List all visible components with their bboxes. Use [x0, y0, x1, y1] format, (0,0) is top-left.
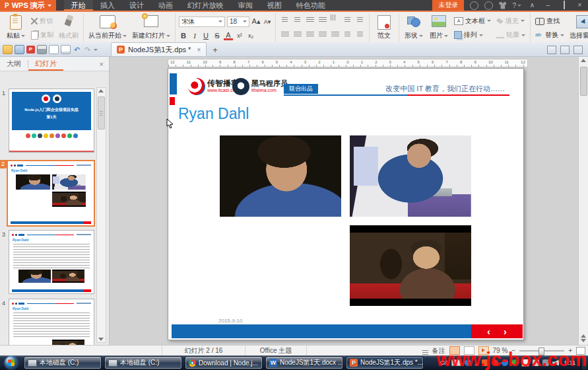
document-tab[interactable]: P NodeJS第1天.dps * ×	[111, 42, 207, 56]
shapes-button[interactable]: 形状	[403, 14, 425, 42]
columns-button[interactable]	[329, 16, 341, 26]
tab-review[interactable]: 审阅	[231, 0, 260, 11]
paste-button[interactable]: 粘贴	[5, 14, 27, 42]
help-button[interactable]: ?	[512, 2, 521, 9]
taskbar-chrome[interactable]: Download | Node.j...	[185, 356, 263, 369]
tab-animation[interactable]: 动画	[151, 0, 180, 11]
skin-icon[interactable]	[499, 2, 506, 9]
collapse-ribbon-button[interactable]: ∧	[527, 1, 537, 10]
taskbar-explorer-1[interactable]: 本地磁盘 (C:)	[24, 356, 102, 369]
print-preview-icon[interactable]	[49, 45, 59, 54]
scroll-up-icon[interactable]	[581, 59, 586, 62]
decrease-indent-button[interactable]	[304, 16, 315, 26]
slide-thumbnail-1[interactable]: Node.js入门和企业级项目实战 第1天	[9, 89, 94, 153]
text-direction-button[interactable]	[354, 16, 366, 26]
replace-button[interactable]: ab 替换	[534, 30, 566, 40]
play-from-current-button[interactable]: 从当前开始	[87, 14, 128, 42]
vertical-scrollbar[interactable]	[578, 57, 588, 345]
taskbar-wps-writer[interactable]: W NodeJS第1天.docx ...	[265, 356, 343, 369]
close-document-icon[interactable]: ×	[197, 46, 201, 54]
qat-dropdown-icon[interactable]	[94, 49, 98, 53]
export-pdf-icon[interactable]: P	[26, 46, 35, 54]
selection-pane-button[interactable]: 选择窗格	[568, 14, 588, 42]
sample-text-button[interactable]: 范文	[373, 14, 395, 42]
subscript-button[interactable]: x₂	[246, 32, 255, 39]
tab-slideshow[interactable]: 幻灯片放映	[180, 0, 231, 11]
line-spacing-button[interactable]	[342, 30, 353, 40]
new-document-icon[interactable]	[61, 45, 71, 54]
new-slide-button[interactable]: 新建幻灯片	[131, 14, 172, 42]
photo-ryan-dahl-interview[interactable]	[350, 225, 471, 306]
fill-button[interactable]: 填充	[495, 17, 527, 26]
strikethrough-button[interactable]: S	[212, 32, 222, 40]
slide-thumbnail-3[interactable]: Ryan Dahl	[9, 230, 94, 294]
new-document-tab-button[interactable]: +	[207, 44, 224, 56]
tab-list-icon[interactable]	[573, 46, 583, 54]
increase-indent-button[interactable]	[317, 16, 328, 26]
restore-button[interactable]	[559, 1, 569, 10]
align-right-button[interactable]	[304, 30, 315, 40]
tab-view[interactable]: 视图	[260, 0, 289, 11]
distribute-button[interactable]	[329, 30, 341, 40]
close-button[interactable]: ×	[575, 1, 585, 10]
tab-special-features[interactable]: 特色功能	[289, 0, 333, 11]
tab-outline-pane[interactable]: 大纲	[0, 57, 28, 71]
tab-design[interactable]: 设计	[122, 0, 151, 11]
previous-slide-icon[interactable]	[581, 334, 586, 338]
undo-icon[interactable]: ↶	[73, 46, 81, 54]
taskbar-wps-presentation[interactable]: P NodeJS第1天.dps *...	[346, 356, 424, 369]
taskbar-explorer-2[interactable]: 本地磁盘 (C:)	[104, 356, 182, 369]
traceless-mode-icon[interactable]	[547, 46, 556, 54]
feedback-icon[interactable]	[470, 1, 478, 10]
tab-slides-pane[interactable]: 幻灯片	[28, 57, 63, 71]
panel-close-icon[interactable]: ×	[94, 60, 109, 68]
font-name-combobox[interactable]: 宋体	[179, 17, 225, 27]
next-slide-icon[interactable]	[581, 339, 586, 342]
underline-button[interactable]: U	[201, 32, 211, 40]
arrange-button[interactable]: 排列	[453, 30, 492, 40]
align-center-button[interactable]	[292, 30, 303, 40]
minimize-button[interactable]: –	[543, 1, 553, 10]
font-color-button[interactable]: A	[224, 32, 233, 40]
next-slide-arrow[interactable]: ›	[504, 326, 507, 337]
print-icon[interactable]	[37, 45, 47, 54]
open-file-icon[interactable]	[3, 45, 13, 54]
start-button[interactable]	[5, 356, 18, 369]
cut-button[interactable]: 剪切	[30, 17, 55, 26]
outline-button[interactable]: 轮廓	[495, 30, 527, 40]
justify-button[interactable]	[317, 30, 328, 40]
align-left-button[interactable]	[279, 30, 290, 40]
decrease-font-button[interactable]: A▾	[263, 18, 272, 25]
find-button[interactable]: 查找	[534, 17, 566, 26]
scroll-down-icon[interactable]	[98, 338, 104, 341]
redo-icon[interactable]: ↷	[83, 46, 92, 54]
numbered-list-button[interactable]	[292, 16, 303, 26]
save-icon[interactable]	[15, 45, 24, 54]
increase-font-button[interactable]: A▴	[251, 17, 261, 26]
photo-ryan-dahl-portrait[interactable]	[220, 135, 341, 217]
bold-button[interactable]: B	[179, 32, 188, 40]
table-layout-button[interactable]	[342, 16, 353, 26]
panel-scrollbar[interactable]	[96, 87, 106, 343]
format-painter-button[interactable]: 格式刷	[57, 14, 80, 42]
photo-ryan-dahl-laptop[interactable]	[350, 135, 471, 217]
history-icon[interactable]	[560, 46, 570, 54]
scrollbar-thumb[interactable]	[98, 96, 105, 130]
textbox-button[interactable]: A 文本框	[453, 17, 492, 26]
italic-button[interactable]: I	[190, 32, 199, 40]
scroll-up-icon[interactable]	[98, 89, 104, 92]
tab-home[interactable]: 开始	[64, 0, 93, 11]
slide-canvas[interactable]: 传智播客 www.itcast.cn 黑马程序员 itheima.com 联合出…	[168, 68, 524, 340]
scrollbar-thumb[interactable]	[580, 67, 587, 96]
login-button[interactable]: 未登录	[432, 0, 464, 11]
photo-ryan-dahl-standing[interactable]	[220, 225, 341, 306]
bullet-list-button[interactable]	[279, 16, 290, 26]
slide-thumbnail-2-selected[interactable]: Ryan Dahl	[7, 160, 95, 227]
paragraph-spacing-button[interactable]	[354, 30, 366, 40]
superscript-button[interactable]: x²	[235, 32, 244, 39]
picture-button[interactable]: 图片	[428, 14, 450, 42]
prev-slide-arrow[interactable]: ‹	[487, 326, 490, 337]
tab-insert[interactable]: 插入	[93, 0, 122, 11]
app-menu-button[interactable]: P WPS 演示	[0, 0, 56, 11]
copy-button[interactable]: 复制	[30, 30, 55, 40]
